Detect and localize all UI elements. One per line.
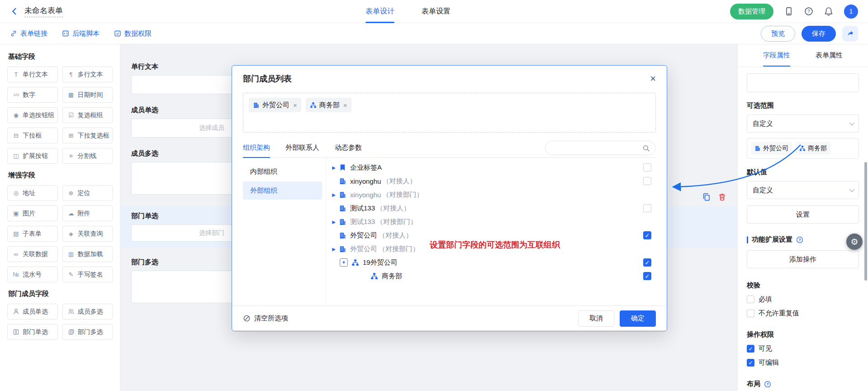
expand-caret-icon[interactable]: ▶ <box>329 219 339 224</box>
form-title[interactable]: 未命名表单 <box>24 5 63 17</box>
tab-form-properties[interactable]: 表单属性 <box>816 44 843 67</box>
sidebar-field-日期时间[interactable]: ▦ 日期时间 <box>62 87 113 103</box>
data-permission-button[interactable]: 数据权限 <box>114 29 152 38</box>
expand-caret-icon[interactable]: ▶ <box>329 192 339 197</box>
sidebar-field-部门多选[interactable]: 部门多选 <box>62 324 113 340</box>
sidebar-field-流水号[interactable]: № 流水号 <box>7 267 58 282</box>
optional-range-value: 自定义 <box>753 119 773 128</box>
org-node-checkbox[interactable] <box>643 231 651 239</box>
nav-external-org[interactable]: 外部组织 <box>243 181 322 200</box>
sidebar-field-手写签名[interactable]: ✎ 手写签名 <box>62 267 113 282</box>
tab-org-structure[interactable]: 组织架构 <box>243 138 270 158</box>
tab-form-settings[interactable]: 表单设置 <box>422 0 451 23</box>
sidebar-field-关联数据[interactable]: ∞ 关联数据 <box>7 246 58 262</box>
topbar-right: 数据管理 1 <box>730 4 858 19</box>
sidebar-field-图片[interactable]: ▣ 图片 <box>7 205 58 221</box>
org-node-checkbox[interactable] <box>643 272 651 280</box>
remove-tag-icon[interactable]: × <box>343 101 347 109</box>
field-type-icon: ⊞ <box>67 132 76 139</box>
tree-row[interactable]: ▶ xinyonghu （对接人） <box>326 174 656 188</box>
search-input[interactable] <box>545 141 656 155</box>
nav-internal-org[interactable]: 内部组织 <box>243 162 322 181</box>
save-button[interactable]: 保存 <box>802 26 836 42</box>
settings-button[interactable]: 设置 <box>747 205 859 224</box>
selected-tags-box[interactable]: 外贸公司 × 商务部 × <box>243 93 656 133</box>
tab-dynamic-params[interactable]: 动态参数 <box>335 138 362 158</box>
tree-row[interactable]: ▶ xinyonghu （对接部门） <box>326 188 656 201</box>
editable-checkbox[interactable] <box>747 359 754 367</box>
preview-button[interactable]: 预览 <box>761 26 795 42</box>
field-type-icon: ▦ <box>67 91 76 98</box>
no-duplicate-checkbox-row[interactable]: 不允许重复值 <box>747 309 859 318</box>
tree-row[interactable]: ▶ 商务部 <box>326 269 656 283</box>
settings-fab[interactable]: ⚙ <box>846 234 863 250</box>
expand-caret-icon[interactable]: ▶ <box>329 247 339 252</box>
sidebar-field-单行文本[interactable]: T 单行文本 <box>7 67 58 82</box>
sidebar-field-下拉复选框[interactable]: ⊞ 下拉复选框 <box>62 128 113 143</box>
sidebar-field-附件[interactable]: ☁ 附件 <box>62 205 113 221</box>
selected-orgs-box[interactable]: 外贸公司 商务部 <box>747 138 859 159</box>
org-node-checkbox[interactable] <box>643 204 651 212</box>
tree-row[interactable]: ▶ 企业标签A <box>326 161 656 174</box>
editable-checkbox-row[interactable]: 可编辑 <box>747 358 859 367</box>
sidebar-field-部门单选[interactable]: 部门单选 <box>7 324 58 340</box>
visible-checkbox-row[interactable]: 可见 <box>747 344 859 353</box>
collapse-toggle-icon[interactable]: ▼ <box>340 258 348 267</box>
delete-field-icon[interactable] <box>718 193 726 201</box>
tab-form-design[interactable]: 表单设计 <box>365 0 394 23</box>
optional-range-select[interactable]: 自定义 <box>747 114 859 133</box>
sidebar-field-复选框组[interactable]: ☑ 复选框组 <box>62 107 113 123</box>
required-checkbox[interactable] <box>747 296 754 303</box>
user-avatar[interactable]: 1 <box>844 5 858 19</box>
sidebar-field-成员多选[interactable]: 成员多选 <box>62 304 113 319</box>
expand-caret-icon[interactable]: ▶ <box>329 165 339 170</box>
sidebar-field-子表单[interactable]: ▤ 子表单 <box>7 226 58 242</box>
share-button[interactable] <box>842 26 858 42</box>
back-icon[interactable] <box>10 7 19 16</box>
sidebar-field-成员单选[interactable]: 成员单选 <box>7 304 58 319</box>
sidebar-field-数据加载[interactable]: ▥ 数据加载 <box>62 246 113 262</box>
default-value-select[interactable]: 自定义 <box>747 181 859 199</box>
required-checkbox-row[interactable]: 必填 <box>747 295 859 304</box>
org-node-checkbox[interactable] <box>643 163 651 172</box>
org-icon <box>310 102 317 109</box>
visible-checkbox[interactable] <box>747 345 754 353</box>
tab-external-contacts[interactable]: 外部联系人 <box>285 138 319 158</box>
no-duplicate-checkbox[interactable] <box>747 310 754 317</box>
clear-selection-button[interactable]: 清空所选项 <box>243 314 288 323</box>
data-manage-button[interactable]: 数据管理 <box>730 4 773 19</box>
question-icon[interactable] <box>764 381 771 388</box>
copy-field-icon[interactable] <box>702 193 711 201</box>
org-node-checkbox[interactable] <box>643 258 651 267</box>
sidebar-field-定位[interactable]: ⊕ 定位 <box>62 185 113 201</box>
scrollbar[interactable] <box>864 162 867 281</box>
backend-script-button[interactable]: 后端脚本 <box>62 29 100 38</box>
cancel-button[interactable]: 取消 <box>578 310 614 327</box>
question-icon[interactable] <box>796 236 803 243</box>
device-icon[interactable] <box>784 7 793 16</box>
tree-row[interactable]: ▶ 测试133 （对接部门） <box>326 215 656 229</box>
field-type-label: 手写签名 <box>78 271 103 279</box>
sidebar-field-扩展按钮[interactable]: ◫ 扩展按钮 <box>7 148 58 164</box>
org-node-checkbox[interactable] <box>643 177 651 185</box>
notification-bell-icon[interactable] <box>824 7 833 16</box>
tree-row[interactable]: ▼ 19外贸公司 <box>326 256 656 269</box>
tree-row[interactable]: ▶ 测试133 （对接人） <box>326 201 656 215</box>
close-icon[interactable]: × <box>650 74 656 84</box>
tab-field-properties[interactable]: 字段属性 <box>763 44 790 67</box>
sidebar-field-关联查询[interactable]: ◈ 关联查询 <box>62 226 113 242</box>
confirm-button[interactable]: 确定 <box>620 310 656 327</box>
sidebar-field-下拉框[interactable]: ⊟ 下拉框 <box>7 128 58 143</box>
sidebar-field-单选按钮组[interactable]: ◉ 单选按钮组 <box>7 107 58 123</box>
field-title-input[interactable] <box>747 73 859 92</box>
sidebar-field-地址[interactable]: ◎ 地址 <box>7 185 58 201</box>
add-action-button[interactable]: 添加操作 <box>747 250 859 268</box>
form-link-button[interactable]: 表单链接 <box>10 29 47 38</box>
sidebar-field-分割线[interactable]: ≡ 分割线 <box>62 148 113 164</box>
remove-tag-icon[interactable]: × <box>293 101 297 109</box>
help-icon[interactable] <box>804 7 813 16</box>
field-type-icon: ¶ <box>67 71 76 78</box>
sidebar-field-多行文本[interactable]: ¶ 多行文本 <box>62 67 113 82</box>
sidebar-field-数字[interactable]: 123 数字 <box>7 87 58 103</box>
org-node-label: 商务部 <box>382 272 402 281</box>
